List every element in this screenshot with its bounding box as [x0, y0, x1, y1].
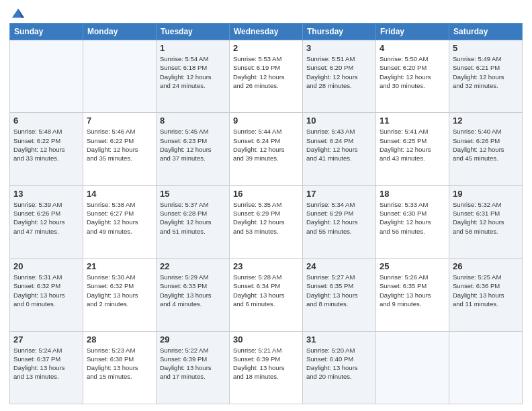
day-number: 14: [87, 189, 152, 199]
weekday-header-wednesday: Wednesday: [230, 24, 303, 40]
cell-content: Sunrise: 5:25 AM Sunset: 6:36 PM Dayligh…: [453, 273, 519, 308]
cell-content: Sunrise: 5:50 AM Sunset: 6:20 PM Dayligh…: [380, 54, 445, 90]
calendar-cell: 27Sunrise: 5:24 AM Sunset: 6:37 PM Dayli…: [10, 331, 83, 404]
logo-icon: [11, 7, 26, 21]
cell-content: Sunrise: 5:35 AM Sunset: 6:29 PM Dayligh…: [233, 200, 299, 236]
cell-content: Sunrise: 5:29 AM Sunset: 6:33 PM Dayligh…: [160, 273, 226, 308]
cell-content: Sunrise: 5:54 AM Sunset: 6:18 PM Dayligh…: [160, 54, 226, 90]
cell-content: Sunrise: 5:45 AM Sunset: 6:23 PM Dayligh…: [160, 127, 226, 163]
cell-content: Sunrise: 5:43 AM Sunset: 6:24 PM Dayligh…: [306, 127, 372, 163]
cell-content: Sunrise: 5:33 AM Sunset: 6:30 PM Dayligh…: [380, 200, 445, 236]
header: [9, 7, 523, 19]
calendar-cell: 12Sunrise: 5:40 AM Sunset: 6:26 PM Dayli…: [449, 113, 523, 185]
calendar-cell: 7Sunrise: 5:46 AM Sunset: 6:22 PM Daylig…: [83, 113, 157, 185]
calendar-cell: 15Sunrise: 5:37 AM Sunset: 6:28 PM Dayli…: [157, 185, 230, 258]
calendar-cell: 16Sunrise: 5:35 AM Sunset: 6:29 PM Dayli…: [230, 185, 303, 258]
day-number: 30: [233, 334, 299, 345]
cell-content: Sunrise: 5:51 AM Sunset: 6:20 PM Dayligh…: [306, 54, 372, 90]
calendar-row-2: 13Sunrise: 5:39 AM Sunset: 6:26 PM Dayli…: [10, 185, 523, 258]
calendar-cell: [449, 331, 523, 404]
cell-content: Sunrise: 5:26 AM Sunset: 6:35 PM Dayligh…: [380, 273, 445, 308]
day-number: 24: [306, 261, 372, 271]
calendar-row-3: 20Sunrise: 5:31 AM Sunset: 6:32 PM Dayli…: [10, 259, 523, 331]
cell-content: Sunrise: 5:23 AM Sunset: 6:38 PM Dayligh…: [87, 346, 152, 381]
cell-content: Sunrise: 5:49 AM Sunset: 6:21 PM Dayligh…: [453, 54, 519, 90]
day-number: 16: [233, 189, 299, 199]
day-number: 17: [306, 189, 372, 199]
day-number: 3: [306, 43, 372, 53]
calendar-cell: 24Sunrise: 5:27 AM Sunset: 6:35 PM Dayli…: [303, 259, 376, 331]
cell-content: Sunrise: 5:30 AM Sunset: 6:32 PM Dayligh…: [87, 273, 152, 308]
page: SundayMondayTuesdayWednesdayThursdayFrid…: [0, 0, 532, 411]
day-number: 6: [13, 116, 79, 126]
day-number: 19: [453, 189, 519, 199]
calendar-cell: 18Sunrise: 5:33 AM Sunset: 6:30 PM Dayli…: [376, 185, 449, 258]
day-number: 1: [160, 43, 226, 53]
calendar-cell: 31Sunrise: 5:20 AM Sunset: 6:40 PM Dayli…: [303, 331, 376, 404]
day-number: 22: [160, 261, 226, 271]
calendar-cell: 28Sunrise: 5:23 AM Sunset: 6:38 PM Dayli…: [83, 331, 157, 404]
calendar-cell: 30Sunrise: 5:21 AM Sunset: 6:39 PM Dayli…: [230, 331, 303, 404]
day-number: 23: [233, 261, 299, 271]
cell-content: Sunrise: 5:34 AM Sunset: 6:29 PM Dayligh…: [306, 200, 372, 236]
cell-content: Sunrise: 5:31 AM Sunset: 6:32 PM Dayligh…: [13, 273, 79, 308]
calendar-cell: 29Sunrise: 5:22 AM Sunset: 6:39 PM Dayli…: [157, 331, 230, 404]
cell-content: Sunrise: 5:44 AM Sunset: 6:24 PM Dayligh…: [233, 127, 299, 163]
calendar-cell: 21Sunrise: 5:30 AM Sunset: 6:32 PM Dayli…: [83, 259, 157, 331]
day-number: 25: [380, 261, 445, 271]
day-number: 11: [380, 116, 445, 126]
header-row: SundayMondayTuesdayWednesdayThursdayFrid…: [10, 24, 523, 40]
calendar-cell: 6Sunrise: 5:48 AM Sunset: 6:22 PM Daylig…: [10, 113, 83, 185]
day-number: 18: [380, 189, 445, 199]
day-number: 28: [87, 334, 152, 345]
calendar-cell: 9Sunrise: 5:44 AM Sunset: 6:24 PM Daylig…: [230, 113, 303, 185]
cell-content: Sunrise: 5:38 AM Sunset: 6:27 PM Dayligh…: [87, 200, 152, 236]
cell-content: Sunrise: 5:22 AM Sunset: 6:39 PM Dayligh…: [160, 346, 226, 381]
calendar-cell: 17Sunrise: 5:34 AM Sunset: 6:29 PM Dayli…: [303, 185, 376, 258]
calendar-cell: 10Sunrise: 5:43 AM Sunset: 6:24 PM Dayli…: [303, 113, 376, 185]
calendar-cell: 20Sunrise: 5:31 AM Sunset: 6:32 PM Dayli…: [10, 259, 83, 331]
day-number: 31: [306, 334, 372, 345]
cell-content: Sunrise: 5:32 AM Sunset: 6:31 PM Dayligh…: [453, 200, 519, 236]
day-number: 10: [306, 116, 372, 126]
cell-content: Sunrise: 5:20 AM Sunset: 6:40 PM Dayligh…: [306, 346, 372, 381]
day-number: 26: [453, 261, 519, 271]
cell-content: Sunrise: 5:37 AM Sunset: 6:28 PM Dayligh…: [160, 200, 226, 236]
weekday-header-saturday: Saturday: [449, 24, 523, 40]
calendar-cell: 3Sunrise: 5:51 AM Sunset: 6:20 PM Daylig…: [303, 40, 376, 113]
calendar-row-0: 1Sunrise: 5:54 AM Sunset: 6:18 PM Daylig…: [10, 40, 523, 113]
calendar-cell: 8Sunrise: 5:45 AM Sunset: 6:23 PM Daylig…: [157, 113, 230, 185]
cell-content: Sunrise: 5:39 AM Sunset: 6:26 PM Dayligh…: [13, 200, 79, 236]
cell-content: Sunrise: 5:40 AM Sunset: 6:26 PM Dayligh…: [453, 127, 519, 163]
calendar-cell: 13Sunrise: 5:39 AM Sunset: 6:26 PM Dayli…: [10, 185, 83, 258]
day-number: 4: [380, 43, 445, 53]
day-number: 12: [453, 116, 519, 126]
weekday-header-thursday: Thursday: [303, 24, 376, 40]
calendar-cell: 4Sunrise: 5:50 AM Sunset: 6:20 PM Daylig…: [376, 40, 449, 113]
calendar-cell: 1Sunrise: 5:54 AM Sunset: 6:18 PM Daylig…: [157, 40, 230, 113]
weekday-header-sunday: Sunday: [10, 24, 83, 40]
logo: [9, 9, 26, 19]
cell-content: Sunrise: 5:24 AM Sunset: 6:37 PM Dayligh…: [13, 346, 79, 381]
calendar-cell: 14Sunrise: 5:38 AM Sunset: 6:27 PM Dayli…: [83, 185, 157, 258]
day-number: 2: [233, 43, 299, 53]
calendar-cell: 11Sunrise: 5:41 AM Sunset: 6:25 PM Dayli…: [376, 113, 449, 185]
day-number: 5: [453, 43, 519, 53]
cell-content: Sunrise: 5:21 AM Sunset: 6:39 PM Dayligh…: [233, 346, 299, 381]
calendar-row-1: 6Sunrise: 5:48 AM Sunset: 6:22 PM Daylig…: [10, 113, 523, 185]
calendar-cell: 23Sunrise: 5:28 AM Sunset: 6:34 PM Dayli…: [230, 259, 303, 331]
calendar-cell: 25Sunrise: 5:26 AM Sunset: 6:35 PM Dayli…: [376, 259, 449, 331]
weekday-header-tuesday: Tuesday: [157, 24, 230, 40]
calendar-cell: 5Sunrise: 5:49 AM Sunset: 6:21 PM Daylig…: [449, 40, 523, 113]
calendar-row-4: 27Sunrise: 5:24 AM Sunset: 6:37 PM Dayli…: [10, 331, 523, 404]
cell-content: Sunrise: 5:46 AM Sunset: 6:22 PM Dayligh…: [87, 127, 152, 163]
cell-content: Sunrise: 5:48 AM Sunset: 6:22 PM Dayligh…: [13, 127, 79, 163]
day-number: 7: [87, 116, 152, 126]
calendar-cell: [10, 40, 83, 113]
day-number: 9: [233, 116, 299, 126]
calendar-cell: 26Sunrise: 5:25 AM Sunset: 6:36 PM Dayli…: [449, 259, 523, 331]
day-number: 27: [13, 334, 79, 345]
calendar-table: SundayMondayTuesdayWednesdayThursdayFrid…: [9, 23, 523, 404]
calendar-cell: 19Sunrise: 5:32 AM Sunset: 6:31 PM Dayli…: [449, 185, 523, 258]
day-number: 8: [160, 116, 226, 126]
